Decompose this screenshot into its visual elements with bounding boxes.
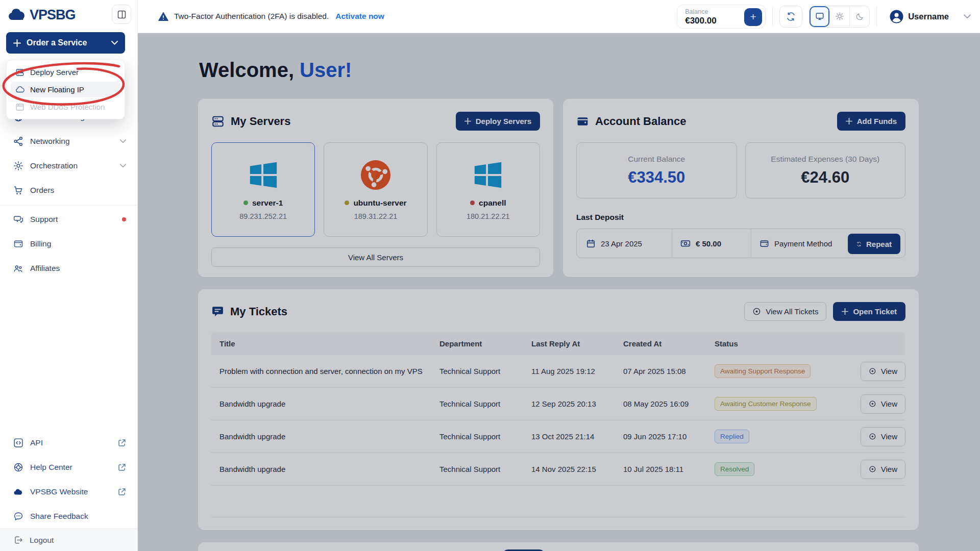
- dropdown-item-deploy-server[interactable]: Deploy Server: [11, 64, 120, 80]
- vpsbg-logo[interactable]: VPSBG: [7, 7, 76, 23]
- sidebar-item-help-center[interactable]: Help Center: [0, 455, 137, 480]
- sidebar-label: Affiliates: [30, 264, 60, 273]
- server-name: ubuntu-server: [353, 198, 406, 208]
- app-root: VPSBG Order a Service Shared Hosting Net…: [0, 0, 980, 551]
- account-balance-card: Account Balance Add Funds Current Balanc…: [563, 99, 919, 277]
- logout-label: Logout: [30, 536, 54, 545]
- logo-text: VPSBG: [30, 7, 76, 23]
- cloud-logo-icon: [7, 7, 28, 22]
- server-status-dot: [470, 201, 475, 205]
- sidebar-divider: [0, 205, 137, 206]
- collapse-sidebar-icon: [117, 10, 126, 19]
- order-a-service-button[interactable]: Order a Service: [6, 32, 125, 54]
- balance-card-title: Account Balance: [595, 115, 687, 128]
- ticket-row: Bandwidth upgrade Technical Support 12 S…: [211, 388, 905, 420]
- deposit-amount: € 50.00: [696, 239, 721, 248]
- theme-light-button[interactable]: [829, 6, 849, 27]
- sidebar-label: Share Feedback: [30, 512, 88, 521]
- theme-dark-button[interactable]: [849, 6, 869, 27]
- activate-2fa-link[interactable]: Activate now: [335, 12, 384, 21]
- repeat-deposit-button[interactable]: Repeat: [848, 234, 900, 254]
- sidebar-item-orders[interactable]: Orders: [0, 178, 137, 203]
- plus-icon: [846, 118, 852, 124]
- sidebar-item-affiliates[interactable]: Affiliates: [0, 256, 137, 281]
- deploy-servers-button[interactable]: Deploy Servers: [456, 112, 540, 131]
- sun-icon: [835, 12, 844, 21]
- username-label: Username: [908, 12, 949, 21]
- last-deposit-row: 23 Apr 2025 € 50.00 Payment Method Repea…: [576, 229, 905, 258]
- server-icon: [15, 68, 24, 77]
- open-ticket-button[interactable]: Open Ticket: [833, 302, 905, 321]
- status-badge: Replied: [715, 430, 749, 443]
- topbar-divider: [876, 7, 877, 26]
- topbar-divider: [772, 7, 773, 26]
- welcome-username: User!: [300, 59, 352, 81]
- theme-system-button[interactable]: [810, 6, 829, 27]
- sidebar-item-networking[interactable]: Networking: [0, 129, 137, 154]
- sidebar-item-share-feedback[interactable]: Share Feedback: [0, 504, 137, 529]
- sidebar-item-support[interactable]: Support: [0, 207, 137, 232]
- view-all-tickets-button[interactable]: View All Tickets: [744, 302, 826, 321]
- sidebar-item-billing[interactable]: Billing: [0, 232, 137, 256]
- eye-icon: [869, 432, 876, 441]
- ticket-created: 10 Jul 2025 18:11: [623, 465, 715, 473]
- order-service-dropdown: Deploy Server New Floating IP Web DDoS P…: [6, 60, 125, 119]
- server-ip: 89.231.252.21: [239, 212, 287, 220]
- estimated-expenses-value: €24.60: [801, 168, 849, 187]
- add-funds-button[interactable]: Add Funds: [837, 112, 905, 131]
- dropdown-label: New Floating IP: [30, 85, 84, 94]
- windows-logo-icon: [472, 159, 504, 191]
- deposit-date: 23 Apr 2025: [601, 239, 642, 248]
- dropdown-item-web-ddos-protection[interactable]: Web DDoS Protection: [11, 99, 120, 115]
- view-ticket-button[interactable]: View: [861, 362, 905, 381]
- server-ip: 189.31.22.21: [354, 212, 398, 220]
- view-ticket-button[interactable]: View: [861, 394, 905, 414]
- view-ticket-button[interactable]: View: [861, 460, 905, 479]
- add-balance-button[interactable]: +: [744, 8, 762, 26]
- support-notification-dot: [122, 217, 126, 221]
- warning-triangle-icon: [158, 12, 168, 21]
- view-all-servers-button[interactable]: View All Servers: [211, 247, 540, 267]
- logout-button[interactable]: Logout: [0, 529, 137, 551]
- balance-widget[interactable]: Balance €300.00 +: [677, 5, 766, 29]
- sidebar-item-orchestration[interactable]: Orchestration: [0, 154, 137, 178]
- sidebar-item-vpsbg-website[interactable]: VPSBG Website: [0, 480, 137, 504]
- sidebar-collapse-button[interactable]: [112, 5, 131, 24]
- ticket-last-reply: 14 Nov 2025 22:15: [531, 465, 623, 473]
- eye-icon: [869, 465, 876, 473]
- server-name: server-1: [252, 198, 283, 208]
- wallet-filled-icon: [576, 115, 589, 128]
- users-icon: [13, 263, 23, 273]
- user-menu[interactable]: Username: [890, 10, 971, 23]
- tickets-card-title: My Tickets: [230, 305, 287, 318]
- ticket-row: Bandwidth upgrade Technical Support 14 N…: [211, 453, 905, 486]
- sidebar: VPSBG Order a Service Shared Hosting Net…: [0, 0, 138, 551]
- sidebar-label: Orders: [30, 186, 54, 195]
- view-ticket-button[interactable]: View: [861, 427, 905, 446]
- server-status-dot: [345, 201, 349, 205]
- ticket-department: Technical Support: [439, 432, 531, 441]
- last-deposit-label: Last Deposit: [576, 213, 905, 222]
- avatar: [890, 10, 903, 23]
- dropdown-item-new-floating-ip[interactable]: New Floating IP: [11, 82, 120, 97]
- cloud-logo-icon: [13, 488, 23, 496]
- status-badge: Awaiting Customer Response: [715, 397, 817, 411]
- ticket-department: Technical Support: [439, 399, 531, 408]
- ticket-last-reply: 13 Oct 2025 21:14: [531, 432, 623, 441]
- sidebar-item-api[interactable]: API: [0, 431, 137, 455]
- servers-icon: [211, 115, 225, 128]
- servers-card-title: My Servers: [231, 115, 290, 128]
- plus-icon: [842, 308, 848, 315]
- server-tile-cpanell[interactable]: cpanell 180.21.22.21: [436, 142, 540, 237]
- ticket-title: Bandwidth upgrade: [211, 465, 439, 473]
- server-tile-ubuntu-server[interactable]: ubuntu-server 189.31.22.21: [324, 142, 427, 237]
- windows-logo-icon: [248, 159, 279, 191]
- server-ip: 180.21.22.21: [467, 212, 510, 220]
- server-tile-server-1[interactable]: server-1 89.231.252.21: [211, 142, 315, 237]
- external-link-icon: [118, 488, 126, 496]
- refresh-button[interactable]: [779, 6, 802, 28]
- monitor-icon: [815, 12, 824, 21]
- gear-icon: [13, 161, 23, 171]
- browser-window-icon: [15, 103, 24, 112]
- ticket-last-reply: 12 Sep 2025 20:13: [531, 399, 623, 408]
